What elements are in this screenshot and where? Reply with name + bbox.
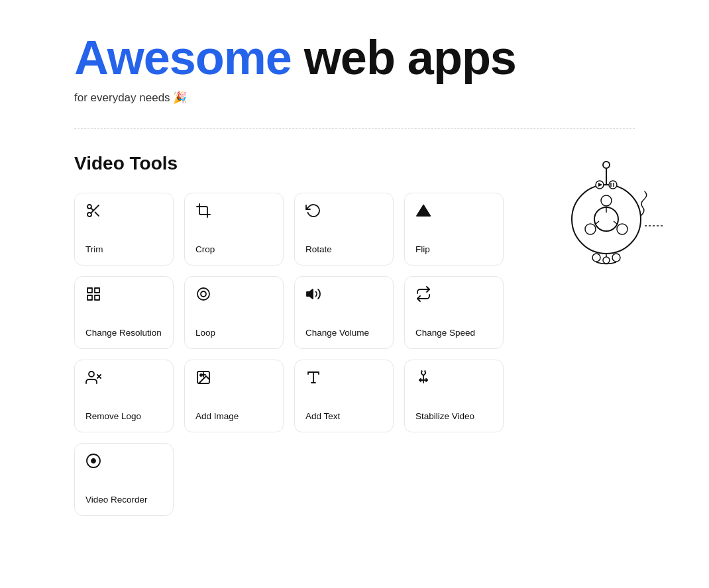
tool-add-text[interactable]: Add Text xyxy=(294,360,394,432)
svg-rect-9 xyxy=(95,288,99,293)
change-speed-label: Change Speed xyxy=(415,327,475,339)
change-resolution-label: Change Resolution xyxy=(85,327,162,339)
svg-point-37 xyxy=(609,181,617,189)
svg-line-3 xyxy=(95,213,99,217)
change-resolution-icon xyxy=(85,286,101,305)
video-tools-section: Video Tools Trim Crop xyxy=(0,153,709,516)
svg-rect-10 xyxy=(87,295,92,300)
title-rest: web apps xyxy=(292,31,516,84)
page-title: Awesome web apps xyxy=(74,32,635,84)
stabilize-video-label: Stabilize Video xyxy=(415,411,474,422)
add-image-label: Add Image xyxy=(195,411,239,422)
film-reel-illustration xyxy=(550,160,669,268)
svg-point-24 xyxy=(91,459,95,463)
tool-change-volume[interactable]: Change Volume xyxy=(294,276,394,349)
svg-point-42 xyxy=(603,257,610,264)
tool-flip[interactable]: Flip xyxy=(404,193,504,266)
add-image-icon xyxy=(195,369,211,388)
stabilize-video-icon xyxy=(415,369,431,388)
svg-rect-8 xyxy=(87,288,92,293)
change-speed-icon xyxy=(415,286,431,305)
remove-logo-label: Remove Logo xyxy=(85,411,141,422)
svg-point-41 xyxy=(592,254,600,262)
remove-logo-icon xyxy=(85,369,101,388)
tool-remove-logo[interactable]: Remove Logo xyxy=(74,360,174,432)
title-awesome: Awesome xyxy=(74,31,292,84)
tool-change-speed[interactable]: Change Speed xyxy=(404,276,504,349)
svg-point-12 xyxy=(197,288,209,300)
tool-crop[interactable]: Crop xyxy=(184,193,284,266)
tools-grid: Trim Crop Rotate xyxy=(74,193,525,516)
flip-label: Flip xyxy=(415,244,430,256)
header: Awesome web apps for everyday needs 🎉 xyxy=(0,0,709,105)
tool-rotate[interactable]: Rotate xyxy=(294,193,394,266)
add-text-icon xyxy=(305,369,321,388)
add-text-label: Add Text xyxy=(305,411,340,422)
header-subtitle: for everyday needs 🎉 xyxy=(74,91,635,105)
tool-loop[interactable]: Loop xyxy=(184,276,284,349)
section-divider xyxy=(74,128,635,129)
svg-point-34 xyxy=(603,162,610,168)
crop-label: Crop xyxy=(195,244,215,256)
loop-label: Loop xyxy=(195,327,215,339)
svg-marker-13 xyxy=(307,289,313,299)
tool-change-resolution[interactable]: Change Resolution xyxy=(74,276,174,349)
trim-icon xyxy=(85,203,101,221)
svg-point-28 xyxy=(617,224,627,234)
trim-label: Trim xyxy=(85,244,103,256)
tool-trim[interactable]: Trim xyxy=(74,193,174,266)
tool-stabilize-video[interactable]: Stabilize Video xyxy=(404,360,504,432)
crop-icon xyxy=(195,203,211,221)
svg-line-4 xyxy=(91,208,93,211)
rotate-icon xyxy=(305,203,321,221)
change-volume-icon xyxy=(305,286,321,305)
svg-point-14 xyxy=(89,371,94,377)
flip-icon xyxy=(415,203,431,221)
loop-icon xyxy=(195,286,211,305)
video-recorder-icon xyxy=(85,453,101,471)
rotate-label: Rotate xyxy=(305,244,332,256)
svg-point-27 xyxy=(601,195,612,206)
tool-video-recorder[interactable]: Video Recorder xyxy=(74,443,174,516)
change-volume-label: Change Volume xyxy=(305,327,369,339)
svg-rect-11 xyxy=(95,295,99,300)
tool-add-image[interactable]: Add Image xyxy=(184,360,284,432)
video-recorder-label: Video Recorder xyxy=(85,494,148,506)
svg-point-29 xyxy=(585,224,596,234)
svg-point-43 xyxy=(612,254,620,262)
